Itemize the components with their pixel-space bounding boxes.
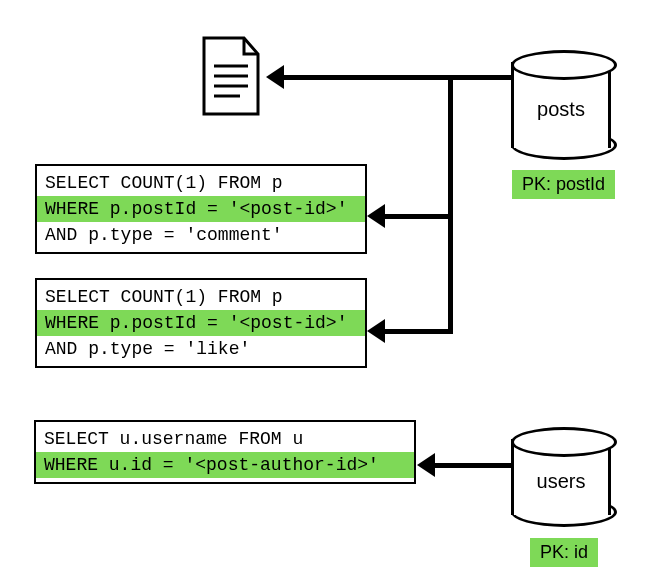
arrow-trunk <box>448 75 453 334</box>
arrowhead-icon <box>367 319 385 343</box>
arrowhead-icon <box>417 453 435 477</box>
db-users-label: users <box>511 470 611 493</box>
document-icon <box>200 36 262 116</box>
arrowhead-icon <box>266 65 284 89</box>
arrowhead-icon <box>367 204 385 228</box>
query-line-highlight: WHERE p.postId = '<post-id>' <box>37 310 365 336</box>
db-users: users <box>511 427 611 527</box>
query-username: SELECT u.username FROM u WHERE u.id = '<… <box>34 420 416 484</box>
db-posts-label: posts <box>511 98 611 121</box>
query-line: AND p.type = 'like' <box>37 336 365 362</box>
arrow-segment <box>283 75 453 80</box>
query-line: AND p.type = 'comment' <box>37 222 365 248</box>
arrow-segment <box>434 463 511 468</box>
arrow-segment <box>448 75 511 80</box>
query-line-highlight: WHERE p.postId = '<post-id>' <box>37 196 365 222</box>
query-line: SELECT u.username FROM u <box>36 426 414 452</box>
query-count-comments: SELECT COUNT(1) FROM p WHERE p.postId = … <box>35 164 367 254</box>
query-line-highlight: WHERE u.id = '<post-author-id>' <box>36 452 414 478</box>
db-posts: posts <box>511 50 611 160</box>
query-line: SELECT COUNT(1) FROM p <box>37 170 365 196</box>
db-posts-pk: PK: postId <box>512 170 615 199</box>
arrow-segment <box>384 329 453 334</box>
query-line: SELECT COUNT(1) FROM p <box>37 284 365 310</box>
arrow-segment <box>384 214 453 219</box>
db-users-pk: PK: id <box>530 538 598 567</box>
diagram-canvas: posts PK: postId users PK: id SELECT COU… <box>0 0 659 573</box>
query-count-likes: SELECT COUNT(1) FROM p WHERE p.postId = … <box>35 278 367 368</box>
